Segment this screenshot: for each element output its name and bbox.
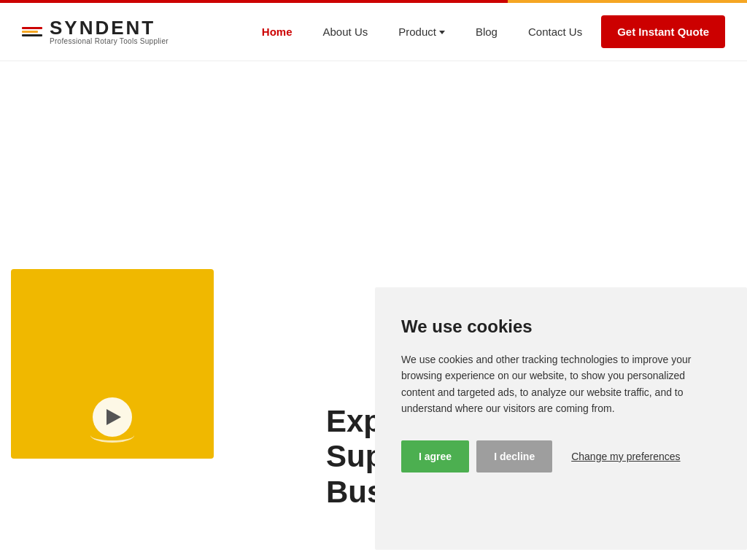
play-icon <box>107 409 121 425</box>
curved-decoration <box>90 428 134 443</box>
logo-bar-3 <box>22 34 42 36</box>
nav-about-us[interactable]: About Us <box>311 20 380 44</box>
logo-text-block: SYNDENT Professional Rotary Tools Suppli… <box>50 18 169 45</box>
video-thumbnail[interactable] <box>11 269 214 459</box>
cookie-agree-button[interactable]: I agree <box>401 440 469 472</box>
logo-bar-2 <box>22 31 38 33</box>
cookie-title: We use cookies <box>401 316 721 337</box>
nav-product[interactable]: Product <box>387 20 457 44</box>
cookie-body-text: We use cookies and other tracking techno… <box>401 351 721 417</box>
site-header: SYNDENT Professional Rotary Tools Suppli… <box>0 3 747 61</box>
main-nav: Home About Us Product Blog Contact Us Ge… <box>250 15 725 48</box>
cookie-decline-button[interactable]: I decline <box>476 440 552 472</box>
cookie-banner: We use cookies We use cookies and other … <box>375 287 747 550</box>
chevron-down-icon <box>439 31 445 34</box>
logo-tagline: Professional Rotary Tools Supplier <box>50 37 169 45</box>
logo-mark <box>22 27 42 36</box>
get-quote-button[interactable]: Get Instant Quote <box>601 15 725 48</box>
logo-brand: SYNDENT <box>50 18 169 37</box>
nav-contact-us[interactable]: Contact Us <box>516 20 594 44</box>
logo: SYNDENT Professional Rotary Tools Suppli… <box>22 18 169 45</box>
main-content: Exp Sup Bus We use cookies We use cookie… <box>0 61 747 560</box>
logo-bar-1 <box>22 27 42 29</box>
nav-blog[interactable]: Blog <box>464 20 509 44</box>
nav-product-label: Product <box>398 26 436 38</box>
cookie-change-preferences-button[interactable]: Change my preferences <box>560 440 692 472</box>
cookie-buttons: I agree I decline Change my preferences <box>401 440 721 472</box>
nav-home[interactable]: Home <box>250 20 304 44</box>
